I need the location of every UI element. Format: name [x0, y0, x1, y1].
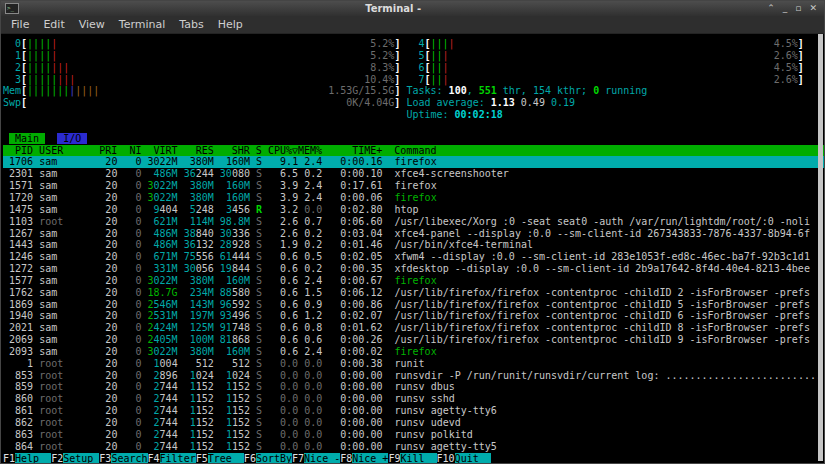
fkey-f9-key[interactable]: F9: [388, 453, 400, 463]
fkey-f2-key[interactable]: F2: [51, 453, 63, 463]
table-header[interactable]: PID USER PRI NI VIRT RES SHR S CPU%▽MEM%…: [3, 145, 824, 157]
process-row-1577[interactable]: 1577 sam 20 0 3022M 380M 160M S 0.6 2.4 …: [3, 275, 824, 287]
menu-terminal[interactable]: Terminal: [112, 17, 173, 32]
process-row-1706[interactable]: 1706 sam 20 0 3022M 380M 160M S 9.1 2.4 …: [3, 156, 824, 168]
process-row-853[interactable]: 853 root 20 0 2896 1024 1024 S 0.0 0.0 0…: [3, 370, 824, 382]
window-controls: ⌃_▫✕: [767, 4, 820, 13]
tasks-total: 100: [449, 85, 467, 96]
terminal-screen: 0[||||| 5.2%] 4[|||| 4.5%] 1[||||| 5.2%]: [1, 34, 824, 463]
fkey-f6-sortby[interactable]: SortBy: [256, 453, 292, 463]
process-row-1103[interactable]: 1103 root 20 0 621M 114M 98.8M S 2.6 0.7…: [3, 216, 824, 228]
process-row-1[interactable]: 1 root 20 0 1004 512 512 S 0.0 0.0 0:00.…: [3, 358, 824, 370]
cpu-meter-row-2: 2[||||||| 8.3%] 6[||| 4.5%]: [3, 62, 824, 74]
process-row-1940[interactable]: 1940 sam 20 0 2531M 197M 93496 S 0.6 1.2…: [3, 310, 824, 322]
load-one: 1.13: [491, 97, 521, 108]
fkey-f5-tree[interactable]: Tree: [208, 453, 244, 463]
process-row-1475[interactable]: 1475 sam 20 0 9404 5248 3456 R 3.2 0.0 0…: [3, 204, 824, 216]
fkey-f2-setup[interactable]: Setup: [63, 453, 99, 463]
process-row-1571[interactable]: 1571 sam 20 0 3022M 380M 160M S 3.9 2.4 …: [3, 180, 824, 192]
fkey-f10-quit[interactable]: Quit: [455, 453, 491, 463]
process-row-1246[interactable]: 1246 sam 20 0 671M 75556 61444 S 0.6 0.5…: [3, 251, 824, 263]
process-row-2093[interactable]: 2093 sam 20 0 3022M 380M 160M S 0.6 2.4 …: [3, 346, 824, 358]
fkey-f3-key[interactable]: F3: [99, 453, 111, 463]
process-row-1267[interactable]: 1267 sam 20 0 486M 38840 30336 S 2.6 0.2…: [3, 228, 824, 240]
tasks-label: Tasks:: [406, 85, 448, 96]
terminal-window: >_ Terminal - ⌃_▫✕ FileEditViewTerminalT…: [0, 0, 825, 464]
shade-button[interactable]: ⌃: [767, 4, 775, 13]
load-fifteen: 0.19: [551, 97, 575, 108]
menu-bar: FileEditViewTerminalTabsHelp: [1, 16, 824, 34]
blank-line: [3, 121, 824, 133]
screen-tabs: Main I/O: [3, 133, 824, 145]
fkey-f10-key[interactable]: F10: [437, 453, 455, 463]
tasks-threads: 551: [479, 85, 497, 96]
fkey-f1-key[interactable]: F1: [3, 453, 15, 463]
title-bar[interactable]: >_ Terminal - ⌃_▫✕: [1, 1, 824, 16]
maximize-button[interactable]: ▫: [795, 4, 801, 13]
process-row-862[interactable]: 862 root 20 0 2744 1152 1152 S 0.0 0.0 0…: [3, 417, 824, 429]
cpu-meter-row-1: 1[||||| 5.2%] 5[||| 2.6%]: [3, 50, 824, 62]
tab-main[interactable]: Main: [9, 133, 45, 144]
load-five: 0.49: [521, 97, 551, 108]
process-row-1762[interactable]: 1762 sam 20 0 18.7G 234M 88580 S 0.6 1.5…: [3, 287, 824, 299]
process-row-863[interactable]: 863 root 20 0 2744 1152 1152 S 0.0 0.0 0…: [3, 429, 824, 441]
process-row-1869[interactable]: 1869 sam 20 0 2546M 143M 96592 S 0.6 0.9…: [3, 299, 824, 311]
menu-edit[interactable]: Edit: [36, 17, 71, 32]
minimize-button[interactable]: _: [783, 4, 788, 13]
window-title: Terminal -: [19, 3, 767, 14]
fkey-f8-nice+[interactable]: Nice +: [352, 453, 388, 463]
uptime-line: Uptime: 00:02:18: [3, 109, 824, 121]
process-row-2021[interactable]: 2021 sam 20 0 2424M 125M 91748 S 0.6 0.8…: [3, 322, 824, 334]
fkey-f5-key[interactable]: F5: [196, 453, 208, 463]
fkey-f4-filter[interactable]: Filter: [160, 453, 196, 463]
fkey-f7-key[interactable]: F7: [292, 453, 304, 463]
process-row-864[interactable]: 864 root 20 0 2744 1152 1152 S 0.0 0.0 0…: [3, 441, 824, 453]
function-key-bar: F1Help F2Setup F3SearchF4FilterF5Tree F6…: [3, 453, 824, 463]
cpu-meter-row-0: 0[||||| 5.2%] 4[|||| 4.5%]: [3, 38, 824, 50]
close-button[interactable]: ✕: [809, 4, 817, 13]
tab-io[interactable]: I/O: [57, 133, 87, 144]
fkey-f8-key[interactable]: F8: [340, 453, 352, 463]
menu-tabs[interactable]: Tabs: [172, 17, 210, 32]
uptime-label: Uptime:: [406, 109, 454, 120]
fkey-f3-search[interactable]: Search: [111, 453, 147, 463]
process-row-1443[interactable]: 1443 sam 20 0 486M 36132 28928 S 1.9 0.2…: [3, 239, 824, 251]
memory-meter-and-tasks: Mem[|||||||||||| 1.53G/15.5G] Tasks: 100…: [3, 85, 824, 97]
process-row-2301[interactable]: 2301 sam 20 0 486M 36244 30080 S 6.5 0.2…: [3, 168, 824, 180]
process-row-859[interactable]: 859 root 20 0 2744 1152 1152 S 0.0 0.0 0…: [3, 381, 824, 393]
load-average-label: Load average:: [406, 97, 490, 108]
menu-file[interactable]: File: [4, 17, 36, 32]
uptime-value: 00:02:18: [455, 109, 503, 120]
process-row-860[interactable]: 860 root 20 0 2744 1152 1152 S 0.0 0.0 0…: [3, 393, 824, 405]
fkey-f9-kill[interactable]: Kill: [400, 453, 436, 463]
menu-help[interactable]: Help: [211, 17, 250, 32]
fkey-f1-help[interactable]: Help: [15, 453, 51, 463]
process-row-1720[interactable]: 1720 sam 20 0 3022M 380M 160M S 3.9 2.4 …: [3, 192, 824, 204]
cpu-meter-row-3: 3[|||||||| 10.4%] 7[||| 2.6%]: [3, 74, 824, 86]
fkey-f7-nice-[interactable]: Nice -: [304, 453, 340, 463]
tasks-kthreads: 154: [533, 85, 551, 96]
menu-view[interactable]: View: [72, 17, 112, 32]
process-row-1272[interactable]: 1272 sam 20 0 331M 30056 19844 S 0.6 0.2…: [3, 263, 824, 275]
fkey-f6-key[interactable]: F6: [244, 453, 256, 463]
fkey-f4-key[interactable]: F4: [148, 453, 160, 463]
terminal-icon: >_: [5, 3, 19, 14]
terminal-scrollbar[interactable]: [818, 34, 823, 461]
process-row-2069[interactable]: 2069 sam 20 0 2405M 100M 81868 S 0.6 0.6…: [3, 334, 824, 346]
swap-meter-and-load: Swp[ 0K/4.04G] Load average: 1.13 0.49 0…: [3, 97, 824, 109]
process-row-861[interactable]: 861 root 20 0 2744 1152 1152 S 0.0 0.0 0…: [3, 405, 824, 417]
